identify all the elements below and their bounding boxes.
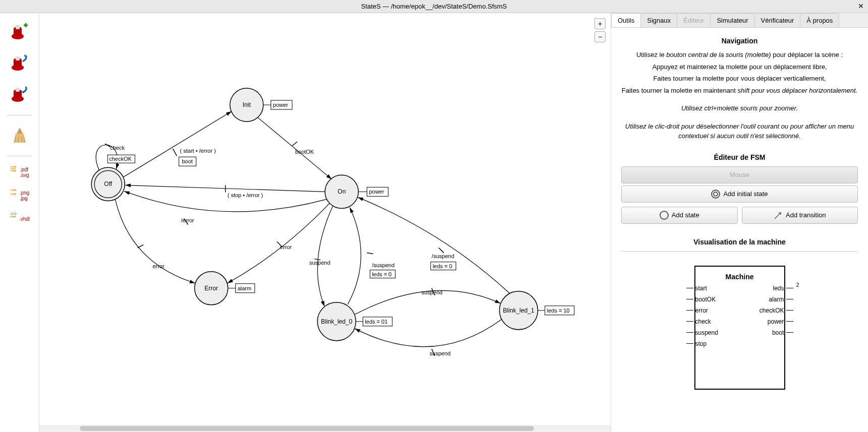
machine-outputs: leds2 alarm checkOK power boot <box>760 285 786 336</box>
scrollbar-thumb[interactable] <box>80 426 534 431</box>
machine-block: Machine start bootOK error check suspend… <box>694 266 785 390</box>
machine-title: Machine <box>695 273 784 281</box>
mouse-tool-button: Mouse <box>621 166 858 183</box>
svg-text:power: power <box>369 189 384 195</box>
svg-line-14 <box>292 142 297 146</box>
svg-line-22 <box>439 248 444 253</box>
transition-icon <box>774 211 783 220</box>
initial-state-icon <box>711 190 720 199</box>
transition-cond: ( stop • /error ) <box>228 192 263 198</box>
svg-text:Init: Init <box>243 101 251 108</box>
svg-line-17 <box>137 245 143 248</box>
machine-inputs: start bootOK error check suspend stop <box>693 285 718 347</box>
svg-point-9 <box>11 213 13 215</box>
transition-cond: /suspend <box>431 253 454 259</box>
export-vhdl-button[interactable]: .vhdl <box>6 209 34 229</box>
horizontal-scrollbar[interactable] <box>39 425 611 432</box>
tab-a-propos[interactable]: À propos <box>800 13 839 27</box>
transition-cond: error <box>280 244 292 250</box>
nav-text: Appuyez et maintenez la molette pour un … <box>621 62 858 72</box>
panel-tabs: Outils Signaux Éditeur Simulateur Vérifi… <box>611 13 868 28</box>
add-initial-state-button[interactable]: Add initial state <box>621 186 858 203</box>
svg-rect-8 <box>16 88 20 92</box>
clean-button[interactable] <box>6 121 34 150</box>
open-file-button[interactable] <box>6 49 34 78</box>
new-file-button[interactable] <box>6 18 34 46</box>
nav-text: Utilisez le bouton central de la souris … <box>621 50 858 60</box>
svg-text:On: On <box>338 188 346 195</box>
zoom-out-button[interactable]: − <box>594 31 606 42</box>
transition-cond: /suspend <box>372 262 395 268</box>
add-transition-button[interactable]: Add transition <box>742 207 858 224</box>
svg-line-12 <box>173 149 177 156</box>
transition-cond: suspend <box>421 289 443 295</box>
main-toolbar: .pdf .svg .png .jpg .vhdl <box>0 13 39 432</box>
tab-outils[interactable]: Outils <box>611 13 641 27</box>
nav-heading: Navigation <box>621 37 858 45</box>
svg-text:checkOK: checkOK <box>109 156 132 162</box>
tab-verificateur[interactable]: Vérificateur <box>754 13 801 27</box>
svg-text:alarm: alarm <box>238 285 252 291</box>
tab-simulateur[interactable]: Simulateur <box>710 13 754 27</box>
add-state-button[interactable]: Add state <box>621 207 738 224</box>
toolbar-separator <box>7 115 32 115</box>
viz-heading: Visualisation de la machine <box>621 238 858 246</box>
svg-line-20 <box>367 253 373 254</box>
nav-text: Faites tourner la molette en maintenant … <box>621 86 858 96</box>
svg-text:leds = 01: leds = 01 <box>365 319 388 325</box>
svg-text:Error: Error <box>204 285 218 292</box>
transition-cond: ( start • /error ) <box>180 148 215 154</box>
svg-point-10 <box>14 213 16 215</box>
close-icon[interactable]: ✕ <box>858 2 864 10</box>
nav-text: Utilisez le clic-droit pour déselectionn… <box>621 121 858 141</box>
transition-action: boot <box>182 158 192 164</box>
export-pdf-svg-button[interactable]: .pdf .svg <box>6 162 34 182</box>
svg-text:power: power <box>273 102 288 108</box>
svg-text:Blink_led_1: Blink_led_1 <box>503 307 534 314</box>
svg-text:Blink_led_0: Blink_led_0 <box>321 318 352 325</box>
transition-cond: suspend <box>309 260 331 266</box>
window-title: StateS — /home/epok__/dev/StateS/Demo.Sf… <box>361 3 507 10</box>
state-icon <box>660 211 669 220</box>
tab-editeur: Éditeur <box>677 13 711 27</box>
toolbar-separator <box>7 156 32 156</box>
svg-text:Off: Off <box>104 180 112 188</box>
transition-action: leds = 0 <box>372 271 392 277</box>
titlebar: StateS — /home/epok__/dev/StateS/Demo.Sf… <box>0 0 868 13</box>
svg-text:leds = 10: leds = 10 <box>547 307 570 314</box>
nav-text: Faites tourner la molette pour vous dépl… <box>621 74 858 84</box>
transition-action: leds = 0 <box>432 263 452 269</box>
transition-cond: bootOK <box>295 149 314 155</box>
zoom-in-button[interactable]: + <box>594 18 606 29</box>
tab-signaux[interactable]: Signaux <box>640 13 677 27</box>
svg-rect-2 <box>16 25 20 29</box>
export-png-jpg-button[interactable]: .png .jpg <box>6 186 34 206</box>
transition-cond: check <box>110 145 125 151</box>
save-file-button[interactable] <box>6 81 34 109</box>
transition-cond: suspend <box>429 350 451 356</box>
transition-cond: /error <box>181 217 194 223</box>
svg-rect-5 <box>16 56 20 60</box>
nav-text: Utilisez ctrl+molette souris pour zoomer… <box>621 103 858 113</box>
editor-heading: Éditeur de FSM <box>621 153 858 161</box>
fsm-canvas[interactable]: check ( start • /error ) boot bootOK ( s… <box>39 13 611 432</box>
transition-cond: error <box>152 263 165 269</box>
